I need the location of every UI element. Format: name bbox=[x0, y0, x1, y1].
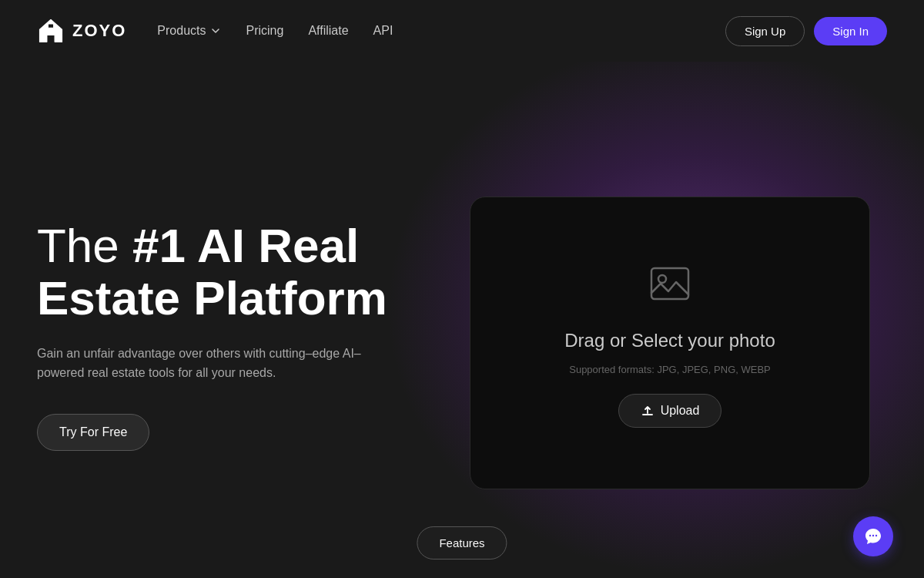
hero-right: Drag or Select your photo Supported form… bbox=[453, 181, 887, 489]
drag-select-text: Drag or Select your photo bbox=[564, 330, 775, 351]
upload-image-icon bbox=[645, 259, 695, 311]
hero-description: Gain an unfair advantage over others wit… bbox=[37, 344, 407, 383]
signup-button[interactable]: Sign Up bbox=[725, 16, 805, 46]
svg-point-6 bbox=[875, 535, 877, 536]
navbar: ZOYO Products Pricing Affiliate API Sign… bbox=[0, 0, 924, 62]
svg-point-4 bbox=[869, 535, 871, 536]
upload-card[interactable]: Drag or Select your photo Supported form… bbox=[470, 197, 870, 489]
main-content: The #1 AI Real Estate Platform Gain an u… bbox=[0, 62, 924, 578]
svg-rect-0 bbox=[48, 24, 53, 28]
nav-api[interactable]: API bbox=[373, 24, 393, 38]
brand-name: ZOYO bbox=[72, 21, 126, 41]
svg-point-5 bbox=[872, 535, 874, 536]
signin-button[interactable]: Sign In bbox=[814, 17, 887, 45]
chat-support-button[interactable] bbox=[853, 516, 893, 556]
logo-icon bbox=[37, 17, 65, 45]
chevron-down-icon bbox=[210, 25, 221, 36]
nav-affiliate[interactable]: Affiliate bbox=[308, 24, 348, 38]
nav-pricing[interactable]: Pricing bbox=[246, 24, 283, 38]
upload-icon bbox=[641, 404, 654, 418]
features-button-container: Features bbox=[417, 526, 507, 560]
features-button[interactable]: Features bbox=[417, 526, 507, 560]
nav-links: Products Pricing Affiliate API bbox=[157, 24, 393, 38]
nav-right: Sign Up Sign In bbox=[725, 16, 887, 46]
upload-button[interactable]: Upload bbox=[618, 394, 722, 428]
svg-point-2 bbox=[658, 275, 666, 283]
logo[interactable]: ZOYO bbox=[37, 17, 126, 45]
hero-section: The #1 AI Real Estate Platform Gain an u… bbox=[37, 220, 453, 451]
svg-rect-1 bbox=[651, 268, 688, 299]
hero-title: The #1 AI Real Estate Platform bbox=[37, 220, 422, 324]
nav-products[interactable]: Products bbox=[157, 24, 221, 38]
nav-left: ZOYO Products Pricing Affiliate API bbox=[37, 17, 393, 45]
supported-formats-text: Supported formats: JPG, JPEG, PNG, WEBP bbox=[569, 364, 771, 375]
try-free-button[interactable]: Try For Free bbox=[37, 414, 149, 451]
chat-icon bbox=[864, 527, 882, 546]
